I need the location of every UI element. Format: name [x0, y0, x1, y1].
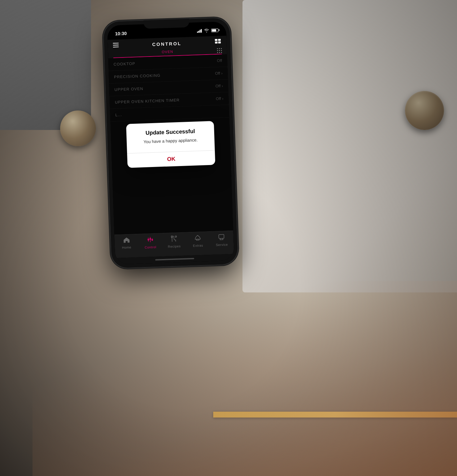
svg-point-10: [217, 50, 218, 51]
svg-rect-0: [113, 43, 119, 44]
dialog-title: Update Successful: [132, 128, 209, 137]
svg-point-7: [217, 48, 218, 49]
phone-screen: 10:30: [107, 21, 234, 264]
app-content: COOKTOP Off PRECISION COOKING Off › UPPE…: [108, 54, 233, 235]
nav-item-extras[interactable]: Extras: [186, 234, 210, 248]
phone-notch: [144, 19, 189, 29]
svg-point-15: [221, 52, 222, 53]
nav-label-extras: Extras: [193, 244, 203, 248]
grid-icon[interactable]: [215, 39, 222, 45]
recipes-icon: [171, 236, 177, 244]
nav-item-recipes[interactable]: Recipes: [162, 235, 186, 249]
signal-icon: [197, 29, 202, 33]
control-icon: [147, 236, 154, 245]
svg-point-19: [148, 239, 149, 240]
service-icon: [218, 234, 225, 242]
svg-rect-4: [218, 39, 221, 41]
nav-label-home: Home: [122, 245, 131, 249]
svg-point-8: [219, 48, 220, 49]
bottom-nav: Home: [114, 230, 234, 258]
dialog-content: Update Successful You have a happy appli…: [126, 121, 215, 148]
svg-point-21: [151, 239, 153, 241]
dialog-ok-button[interactable]: OK: [127, 150, 215, 168]
svg-rect-2: [113, 46, 119, 47]
nav-label-service: Service: [216, 243, 228, 247]
nav-item-control[interactable]: Control: [138, 236, 163, 250]
wifi-icon: [204, 29, 209, 33]
status-time: 10:30: [115, 31, 127, 36]
home-icon: [123, 237, 130, 245]
home-indicator-bar: [155, 258, 194, 261]
dialog-message: You have a happy appliance.: [132, 137, 209, 145]
phone-device: 10:30: [103, 17, 238, 268]
nav-label-recipes: Recipes: [168, 244, 181, 248]
dialog-box: Update Successful You have a happy appli…: [126, 121, 215, 168]
svg-point-12: [221, 50, 222, 51]
svg-rect-23: [219, 234, 224, 238]
dots-menu-icon[interactable]: [216, 47, 223, 55]
extras-icon: [194, 235, 201, 243]
status-icons: [197, 28, 218, 33]
svg-point-9: [221, 48, 222, 49]
svg-point-20: [149, 238, 151, 240]
menu-icon[interactable]: [113, 42, 119, 49]
header-row: CONTROL: [113, 38, 222, 49]
svg-rect-6: [218, 41, 221, 43]
phone-wrapper: 10:30: [103, 17, 238, 268]
nav-item-service[interactable]: Service: [210, 233, 234, 247]
nav-item-home[interactable]: Home: [114, 237, 138, 250]
scene: 10:30: [0, 0, 457, 476]
dialog-overlay: Update Successful You have a happy appli…: [108, 54, 233, 235]
svg-rect-3: [215, 39, 217, 41]
nav-label-control: Control: [145, 245, 156, 249]
svg-point-11: [219, 50, 220, 51]
svg-rect-1: [113, 45, 119, 45]
oven-bottom-strip: [213, 412, 457, 418]
svg-point-14: [219, 52, 220, 53]
svg-point-13: [217, 52, 218, 53]
svg-rect-5: [215, 41, 217, 43]
dialog-button-row: OK: [127, 150, 215, 168]
battery-fill: [212, 29, 216, 31]
app-title: CONTROL: [152, 41, 182, 47]
battery-icon: [211, 28, 218, 32]
